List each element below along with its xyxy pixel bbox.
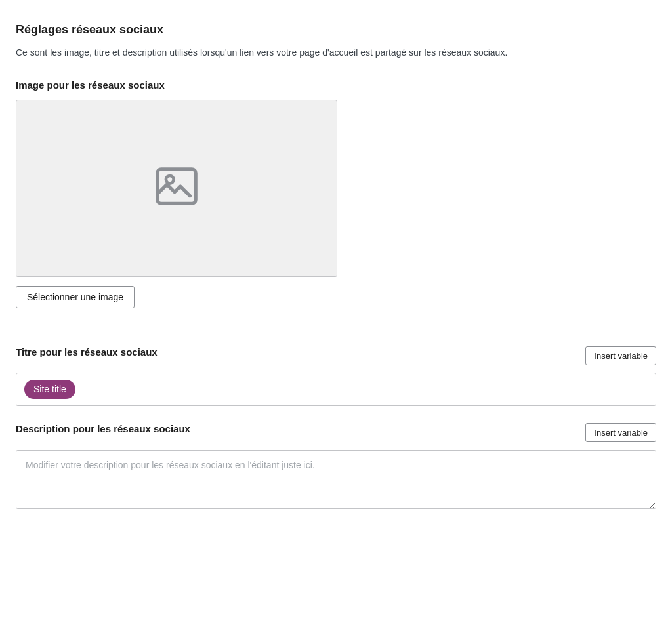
description-field-label: Description pour les réseaux sociaux bbox=[16, 422, 190, 437]
title-input-area[interactable]: Site title bbox=[16, 373, 656, 406]
svg-point-1 bbox=[166, 176, 174, 184]
site-title-tag[interactable]: Site title bbox=[24, 380, 75, 399]
title-field-section: Titre pour les réseaux sociaux Insert va… bbox=[16, 345, 656, 407]
title-field-label: Titre pour les réseaux sociaux bbox=[16, 345, 158, 360]
description-textarea[interactable] bbox=[16, 450, 656, 509]
title-insert-variable-button[interactable]: Insert variable bbox=[585, 346, 656, 365]
page-container: Réglages réseaux sociaux Ce sont les ima… bbox=[0, 0, 672, 633]
image-upload-area[interactable] bbox=[16, 100, 337, 277]
section-description: Ce sont les image, titre et description … bbox=[16, 45, 514, 60]
description-insert-variable-button[interactable]: Insert variable bbox=[585, 423, 656, 442]
description-field-header: Description pour les réseaux sociaux Ins… bbox=[16, 422, 656, 443]
section-title: Réglages réseaux sociaux bbox=[16, 21, 656, 39]
image-field-section: Image pour les réseaux sociaux Sélection… bbox=[16, 78, 656, 329]
image-placeholder-icon bbox=[154, 163, 200, 214]
description-field-section: Description pour les réseaux sociaux Ins… bbox=[16, 422, 656, 513]
image-field-label: Image pour les réseaux sociaux bbox=[16, 78, 656, 93]
title-field-header: Titre pour les réseaux sociaux Insert va… bbox=[16, 345, 656, 367]
select-image-button[interactable]: Sélectionner une image bbox=[16, 286, 135, 308]
